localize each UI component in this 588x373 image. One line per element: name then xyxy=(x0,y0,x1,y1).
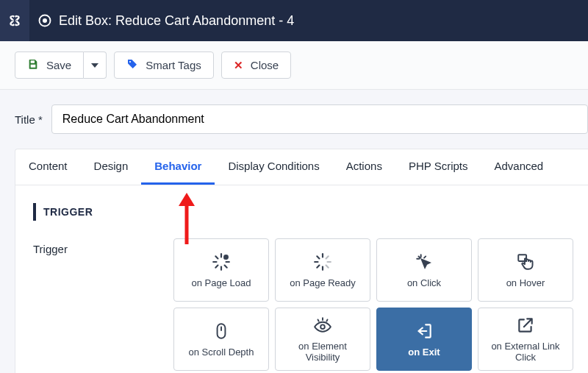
svg-line-20 xyxy=(317,265,319,267)
option-label: on Page Ready xyxy=(290,277,356,288)
exit-icon xyxy=(415,322,434,341)
option-label: on Element Visibility xyxy=(280,341,365,363)
smart-tags-label: Smart Tags xyxy=(146,59,201,71)
save-button-group: Save xyxy=(15,51,107,79)
title-input[interactable] xyxy=(51,104,588,134)
external-link-icon xyxy=(516,316,535,335)
svg-point-1 xyxy=(43,18,47,23)
option-label: on Scroll Depth xyxy=(189,347,254,358)
svg-line-21 xyxy=(326,256,329,258)
option-label: on Page Load xyxy=(192,277,251,288)
trigger-option-scroll-depth[interactable]: on Scroll Depth xyxy=(173,308,269,371)
svg-line-7 xyxy=(215,256,218,258)
page-title: Edit Box: Reduce Cart Abandonment - 4 xyxy=(38,13,294,29)
trigger-option-exit[interactable]: on Exit xyxy=(376,308,472,371)
page-title-text: Edit Box: Reduce Cart Abandonment - 4 xyxy=(59,13,294,29)
save-button-label: Save xyxy=(46,59,71,71)
annotation-arrow xyxy=(176,193,198,249)
svg-rect-23 xyxy=(218,324,226,338)
trigger-options-grid: on Page Load on Page Ready on Click on H… xyxy=(173,238,573,371)
tab-display-conditions[interactable]: Display Conditions xyxy=(215,149,332,185)
trigger-option-hover[interactable]: on Hover xyxy=(478,238,573,302)
action-toolbar: Save Smart Tags ✕ Close xyxy=(0,41,588,90)
behavior-panel: TRIGGER Trigger on Page Load on Page Rea… xyxy=(15,185,588,373)
title-label: Title * xyxy=(15,113,43,126)
tab-behavior[interactable]: Behavior xyxy=(141,149,215,185)
section-heading-trigger: TRIGGER xyxy=(33,203,573,221)
hand-hover-icon xyxy=(516,252,535,271)
tag-icon xyxy=(126,58,138,72)
option-label: on Hover xyxy=(506,277,545,288)
tab-content[interactable]: Content xyxy=(15,149,81,185)
mouse-icon xyxy=(212,322,231,341)
save-dropdown-toggle[interactable] xyxy=(84,51,107,79)
svg-line-16 xyxy=(317,256,319,258)
svg-line-17 xyxy=(326,265,329,267)
box-marker-icon xyxy=(38,14,51,27)
tab-php-scripts[interactable]: PHP Scripts xyxy=(395,149,481,185)
close-button-label: Close xyxy=(251,59,279,71)
svg-marker-4 xyxy=(179,193,195,206)
eye-icon xyxy=(313,316,332,335)
svg-point-13 xyxy=(223,255,229,260)
tab-advanced[interactable]: Advanced xyxy=(481,149,556,185)
tab-actions[interactable]: Actions xyxy=(333,149,395,185)
close-icon: ✕ xyxy=(234,59,243,72)
tab-design[interactable]: Design xyxy=(81,149,142,185)
top-bar: Edit Box: Reduce Cart Abandonment - 4 xyxy=(0,0,588,41)
svg-line-11 xyxy=(215,265,218,267)
trigger-option-page-ready[interactable]: on Page Ready xyxy=(275,238,370,302)
spinner-dot-icon xyxy=(212,252,231,271)
svg-line-8 xyxy=(225,265,227,267)
svg-point-2 xyxy=(129,61,131,63)
option-label: on External Link Click xyxy=(483,341,568,363)
close-button[interactable]: ✕ Close xyxy=(221,51,291,79)
tabs-container: Content Design Behavior Display Conditio… xyxy=(15,149,588,373)
trigger-option-external-link[interactable]: on External Link Click xyxy=(478,308,573,371)
option-label: on Click xyxy=(407,277,441,288)
cursor-click-icon xyxy=(415,252,434,271)
joomla-logo-icon xyxy=(0,0,29,41)
main-content: Title * Content Design Behavior Display … xyxy=(0,90,588,373)
save-button[interactable]: Save xyxy=(15,51,84,79)
trigger-option-click[interactable]: on Click xyxy=(376,238,472,302)
spinner-icon xyxy=(313,252,332,271)
svg-point-25 xyxy=(320,324,325,329)
option-label: on Exit xyxy=(408,347,440,358)
trigger-label: Trigger xyxy=(33,238,159,255)
trigger-option-element-visibility[interactable]: on Element Visibility xyxy=(275,308,370,371)
chevron-down-icon xyxy=(91,63,98,68)
save-icon xyxy=(27,58,39,72)
tab-list: Content Design Behavior Display Conditio… xyxy=(15,149,588,185)
title-field-row: Title * xyxy=(15,104,588,134)
smart-tags-button[interactable]: Smart Tags xyxy=(114,51,214,79)
trigger-row: Trigger on Page Load on Page Ready on Cl… xyxy=(33,238,573,371)
